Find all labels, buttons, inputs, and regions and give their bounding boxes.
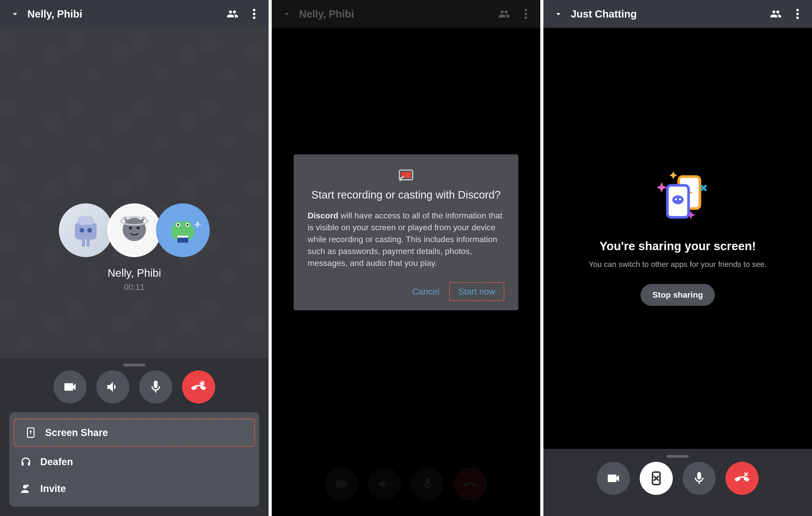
sharing-subtitle: You can switch to other apps for your fr…: [588, 259, 766, 270]
camera-button[interactable]: [597, 462, 630, 495]
stop-sharing-button[interactable]: Stop sharing: [640, 284, 715, 306]
svg-point-36: [796, 17, 799, 19]
svg-point-6: [87, 228, 92, 233]
more-menu-icon[interactable]: [247, 7, 261, 21]
svg-point-33: [400, 180, 401, 181]
dialog-title: Start recording or casting with Discord?: [308, 188, 504, 202]
call-participants-label: Nelly, Phibi: [108, 267, 161, 279]
share-illustration: [644, 171, 711, 222]
start-now-highlight: Start now: [449, 282, 504, 301]
call-controls-sheet: Screen Share Deafen Invite: [0, 358, 269, 516]
members-icon[interactable]: [225, 7, 240, 21]
svg-point-0: [253, 9, 255, 11]
members-icon[interactable]: [768, 7, 783, 21]
svg-point-35: [796, 13, 799, 15]
svg-point-18: [177, 224, 179, 226]
invite-option[interactable]: Invite: [9, 475, 259, 502]
svg-rect-8: [87, 240, 90, 246]
svg-point-34: [796, 9, 799, 11]
call-canvas: Nelly, Phibi 00:11: [0, 28, 269, 358]
screen-share-active-button[interactable]: [640, 462, 673, 495]
call-elapsed-time: 00:11: [124, 282, 145, 292]
screen-sharing-active: Just Chatting: [543, 0, 812, 516]
svg-rect-26: [28, 462, 30, 466]
screen-share-label: Screen Share: [45, 427, 108, 438]
svg-point-5: [80, 228, 84, 233]
cancel-button[interactable]: Cancel: [405, 284, 446, 299]
camera-button[interactable]: [54, 370, 87, 403]
screen-share-icon: [25, 427, 36, 438]
collapse-chevron[interactable]: [10, 9, 20, 19]
svg-point-30: [525, 17, 527, 19]
svg-point-9: [123, 218, 146, 241]
more-menu-icon[interactable]: [790, 7, 805, 21]
header-bar: Nelly, Phibi: [0, 0, 269, 28]
invite-label: Invite: [40, 483, 66, 494]
mic-button[interactable]: [683, 462, 716, 495]
svg-rect-25: [22, 462, 24, 466]
start-now-button[interactable]: Start now: [452, 284, 502, 299]
svg-point-41: [679, 198, 681, 200]
deafen-label: Deafen: [40, 456, 73, 467]
svg-point-19: [186, 224, 188, 226]
actions-drawer: Screen Share Deafen Invite: [9, 412, 259, 507]
svg-rect-3: [75, 222, 96, 240]
screen-cast-confirm: Nelly, Phibi Start recording or casting …: [272, 0, 540, 516]
deafen-option[interactable]: Deafen: [9, 448, 259, 475]
svg-rect-4: [78, 216, 93, 225]
svg-point-40: [675, 198, 677, 200]
header-title: Just Chatting: [571, 8, 761, 20]
headphones-icon: [20, 456, 31, 467]
call-controls-sheet: [543, 449, 812, 516]
invite-icon: [20, 483, 31, 494]
header-title: Nelly, Phibi: [299, 8, 490, 20]
header-bar: Just Chatting: [543, 0, 812, 28]
screen-call: Nelly, Phibi Nelly, Phibi: [0, 0, 269, 516]
header-bar: Nelly, Phibi: [272, 0, 540, 28]
share-canvas: You're sharing your screen! You can swit…: [543, 28, 812, 449]
svg-point-2: [253, 17, 255, 19]
avatar[interactable]: [108, 204, 161, 257]
sheet-handle[interactable]: [123, 364, 145, 366]
avatar[interactable]: [156, 204, 210, 257]
mic-button[interactable]: [139, 370, 172, 403]
sheet-handle[interactable]: [667, 455, 689, 458]
speaker-button[interactable]: [96, 370, 129, 403]
hang-up-button[interactable]: [182, 370, 215, 403]
svg-point-11: [137, 226, 140, 230]
avatar[interactable]: [59, 204, 113, 257]
collapse-chevron: [282, 9, 292, 19]
collapse-chevron[interactable]: [553, 9, 563, 19]
svg-point-1: [253, 13, 255, 15]
sharing-title: You're sharing your screen!: [600, 239, 756, 253]
svg-point-28: [525, 9, 527, 11]
svg-point-39: [672, 195, 684, 204]
screen-share-option[interactable]: Screen Share: [13, 418, 255, 447]
more-menu-icon: [519, 7, 533, 21]
header-title: Nelly, Phibi: [27, 8, 218, 20]
members-icon: [497, 7, 511, 21]
svg-rect-21: [177, 236, 188, 238]
svg-point-10: [129, 226, 132, 230]
dialog-body: Discord will have access to all of the i…: [308, 210, 504, 269]
svg-point-29: [525, 13, 527, 15]
cast-icon: [308, 169, 504, 182]
cast-permission-dialog: Start recording or casting with Discord?…: [294, 154, 518, 310]
hang-up-button[interactable]: [725, 462, 758, 495]
participant-avatars: [61, 204, 207, 257]
svg-rect-7: [82, 240, 85, 246]
